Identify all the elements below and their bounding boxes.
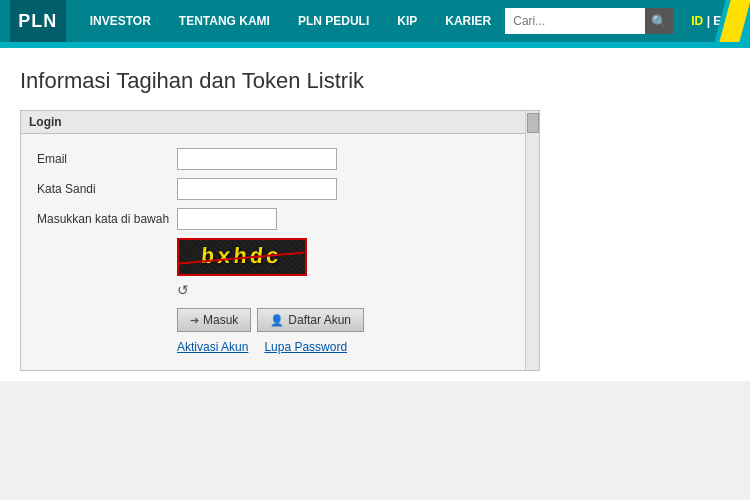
login-box: Login Email Kata Sandi Masukkan kata di … <box>20 110 540 371</box>
password-label: Kata Sandi <box>37 182 177 196</box>
links-row: Aktivasi Akun Lupa Password <box>177 340 523 354</box>
arrow-icon: ➔ <box>190 314 199 327</box>
login-box-header: Login <box>21 111 539 134</box>
captcha-input[interactable] <box>177 208 277 230</box>
email-label: Email <box>37 152 177 166</box>
captcha-label: Masukkan kata di bawah <box>37 212 177 226</box>
email-row: Email <box>37 148 523 170</box>
nav-item-investor[interactable]: INVESTOR <box>76 0 165 42</box>
nav-items: INVESTOR TENTANG KAMI PLN PEDULI KIP KAR… <box>76 0 506 42</box>
daftar-label: Daftar Akun <box>288 313 351 327</box>
scrollbar[interactable] <box>525 111 539 370</box>
search-icon: 🔍 <box>651 14 667 29</box>
page-title: Informasi Tagihan dan Token Listrik <box>20 68 730 94</box>
captcha-area: bxhdc <box>177 238 523 276</box>
password-input[interactable] <box>177 178 337 200</box>
lupa-password-link[interactable]: Lupa Password <box>264 340 347 354</box>
nav-item-pln-peduli[interactable]: PLN PEDULI <box>284 0 383 42</box>
navbar-accent <box>690 0 750 42</box>
aktivasi-link[interactable]: Aktivasi Akun <box>177 340 248 354</box>
person-icon: 👤 <box>270 314 284 327</box>
main-content: Informasi Tagihan dan Token Listrik Logi… <box>0 48 750 381</box>
button-row: ➔ Masuk 👤 Daftar Akun <box>177 308 523 332</box>
search-bar: 🔍 <box>505 8 673 34</box>
navbar: PLN INVESTOR TENTANG KAMI PLN PEDULI KIP… <box>0 0 750 42</box>
logo-text: PLN <box>18 11 57 32</box>
masuk-label: Masuk <box>203 313 238 327</box>
search-button[interactable]: 🔍 <box>645 8 673 34</box>
search-input[interactable] <box>505 8 645 34</box>
captcha-input-row: Masukkan kata di bawah <box>37 208 523 230</box>
nav-item-kip[interactable]: KIP <box>383 0 431 42</box>
refresh-captcha-button[interactable]: ↺ <box>177 282 189 298</box>
masuk-button[interactable]: ➔ Masuk <box>177 308 251 332</box>
daftar-button[interactable]: 👤 Daftar Akun <box>257 308 364 332</box>
scrollbar-thumb <box>527 113 539 133</box>
captcha-image: bxhdc <box>177 238 307 276</box>
login-box-body: Email Kata Sandi Masukkan kata di bawah <box>21 134 539 370</box>
email-input[interactable] <box>177 148 337 170</box>
password-row: Kata Sandi <box>37 178 523 200</box>
nav-item-karier[interactable]: KARIER <box>431 0 505 42</box>
nav-item-tentang[interactable]: TENTANG KAMI <box>165 0 284 42</box>
refresh-icon: ↺ <box>177 282 189 298</box>
logo: PLN <box>10 0 66 42</box>
